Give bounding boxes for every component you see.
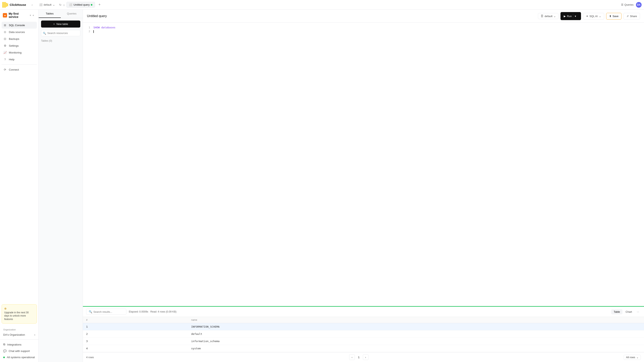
table-row[interactable]: 1 INFORMATION_SCHEMA	[83, 323, 644, 331]
view-chart-button[interactable]: Chart	[623, 309, 634, 314]
results-search-input[interactable]	[94, 310, 124, 313]
query-area: Untitled query 🗄 default ⌄ ▶ Run ▾ ✦ SQL…	[83, 10, 644, 362]
next-page-button[interactable]: ›	[363, 354, 368, 360]
results-table: # name 1 INFORMATION_SCHEMA 2 default 3 …	[83, 317, 644, 352]
console-icon: ⊞	[3, 23, 7, 27]
sql-ai-chevron: ⌄	[599, 15, 601, 18]
connect-label: Connect	[9, 68, 19, 71]
refresh-button[interactable]: ↻	[59, 3, 62, 6]
queries-icon: ☰	[621, 3, 624, 6]
sidebar-bottom-links: ⧉ Integrations 💬 Chat with support All s…	[0, 340, 38, 362]
table-row[interactable]: 3 information_schema	[83, 338, 644, 345]
user-avatar[interactable]: DA	[636, 2, 642, 8]
sidebar-item-monitoring[interactable]: 📈 Monitoring	[2, 49, 37, 56]
org-item[interactable]: DA's Organization ›	[2, 332, 37, 338]
back-button[interactable]: ‹	[30, 2, 35, 8]
table-header-row: # name	[83, 317, 644, 323]
sidebar-link-chat[interactable]: 💬 Chat with support	[2, 348, 37, 354]
panel-tab-tables[interactable]: Tables	[39, 10, 61, 18]
queries-link[interactable]: ☰ Queries	[621, 3, 634, 6]
sidebar-item-help[interactable]: ? Help	[2, 56, 37, 63]
connect-icon: ⟳	[3, 68, 7, 71]
panel-area: Tables Queries + New table 🔍 Tables (0)	[39, 10, 83, 362]
tab-table-icon: ⬜	[39, 3, 42, 6]
sidebar-item-data-sources[interactable]: ⊙ Data sources	[2, 28, 37, 35]
upgrade-box[interactable]: ⊕ Upgrade in the next 30 days to unlock …	[2, 304, 37, 324]
upgrade-icon: ⊕	[4, 307, 34, 310]
sidebar-item-connect[interactable]: ⟳ Connect	[2, 66, 37, 73]
clickhouse-logo-icon	[2, 2, 8, 8]
panel-search: 🔍	[41, 30, 80, 36]
sidebar-link-status[interactable]: All systems operational	[2, 354, 37, 361]
save-icon: ⬆	[609, 15, 612, 18]
row-name: default	[188, 331, 644, 338]
sidebar-item-label: Backups	[9, 37, 19, 40]
line-number: 1	[87, 26, 90, 29]
chat-icon: 💬	[3, 349, 7, 353]
search-icon: 🔍	[43, 31, 46, 34]
chevron-down-icon: ⌄	[636, 356, 638, 359]
search-icon: 🔍	[89, 310, 92, 313]
view-table-button[interactable]: Table	[611, 309, 622, 314]
new-table-button[interactable]: + New table	[41, 20, 80, 27]
archive-icon: ⊡	[3, 37, 7, 41]
sql-ai-button[interactable]: ✦ SQL AI ⌄	[583, 13, 604, 19]
save-button[interactable]: ⬆ Save	[606, 13, 622, 19]
code-line-2: 2	[87, 30, 640, 33]
tab-unsaved-dot	[91, 4, 92, 6]
sidebar: ■ My first service ▾ + ⊞ SQL Console ⊙ D…	[0, 10, 39, 362]
rows-per-page-select[interactable]: All rows ⌄	[624, 355, 641, 360]
app-logo: ClickHouse	[2, 2, 26, 8]
code-text: SHOW databases	[94, 26, 116, 29]
tab-query-icon: ⬜	[69, 3, 72, 6]
panel-tab-queries[interactable]: Queries	[61, 10, 83, 18]
chart-icon: 📈	[3, 51, 7, 54]
query-title: Untitled query	[87, 14, 107, 18]
plus-icon: +	[53, 22, 55, 25]
sidebar-link-integrations[interactable]: ⧉ Integrations	[2, 341, 37, 348]
db-chevron-icon: ⌄	[554, 15, 556, 18]
query-header: Untitled query 🗄 default ⌄ ▶ Run ▾ ✦ SQL…	[83, 10, 644, 23]
share-button[interactable]: ↗ Share	[624, 13, 640, 19]
svg-rect-2	[5, 2, 6, 8]
svg-rect-4	[7, 3, 8, 6]
sidebar-item-label: Help	[9, 58, 14, 61]
chat-label: Chat with support	[9, 350, 30, 353]
code-editor[interactable]: 1 SHOW databases 2	[83, 23, 644, 306]
main-layout: ■ My first service ▾ + ⊞ SQL Console ⊙ D…	[0, 10, 644, 362]
ai-icon: ✦	[586, 15, 588, 18]
tables-count-label: Tables (0)	[39, 38, 83, 44]
run-dropdown-arrow[interactable]: ▾	[573, 14, 578, 18]
table-row[interactable]: 4 system	[83, 345, 644, 352]
sidebar-item-backups[interactable]: ⊡ Backups	[2, 35, 37, 42]
col-header-num: #	[83, 317, 188, 323]
top-bar-right: ☰ Queries DA	[621, 2, 642, 8]
row-name: INFORMATION_SCHEMA	[188, 323, 644, 331]
row-number: 1	[83, 323, 188, 331]
row-name: system	[188, 345, 644, 352]
run-button[interactable]: ▶ Run ▾	[560, 12, 581, 20]
more-options-button[interactable]: ···	[635, 309, 641, 314]
rows-count: 4 rows	[86, 356, 94, 359]
tab-untitled-query[interactable]: ⬜ Untitled query	[66, 2, 95, 8]
row-number: 4	[83, 345, 188, 352]
db-selector[interactable]: 🗄 default ⌄	[538, 13, 558, 19]
home-button[interactable]: ⌂	[63, 3, 65, 6]
sidebar-item-settings[interactable]: ⚙ Settings	[2, 42, 37, 49]
service-selector[interactable]: ■ My first service ▾	[3, 12, 31, 18]
svg-rect-3	[6, 3, 7, 7]
upgrade-text: Upgrade in the next 30 days to unlock mo…	[4, 311, 34, 321]
tab-add-button[interactable]: +	[96, 2, 102, 8]
prev-page-button[interactable]: ‹	[349, 354, 355, 360]
sidebar-item-label: Data sources	[9, 30, 25, 33]
search-input[interactable]	[41, 30, 80, 36]
sidebar-nav: ⊞ SQL Console ⊙ Data sources ⊡ Backups ⚙…	[0, 21, 38, 162]
tab-default[interactable]: ⬜ default ⌄	[37, 2, 58, 8]
add-service-button[interactable]: +	[31, 13, 36, 18]
code-line-1: 1 SHOW databases	[87, 26, 640, 29]
database-icon: ⊙	[3, 30, 7, 34]
help-icon: ?	[3, 57, 7, 61]
integrations-label: Integrations	[7, 343, 22, 346]
sidebar-item-sql-console[interactable]: ⊞ SQL Console	[2, 22, 37, 28]
table-row[interactable]: 2 default	[83, 331, 644, 338]
